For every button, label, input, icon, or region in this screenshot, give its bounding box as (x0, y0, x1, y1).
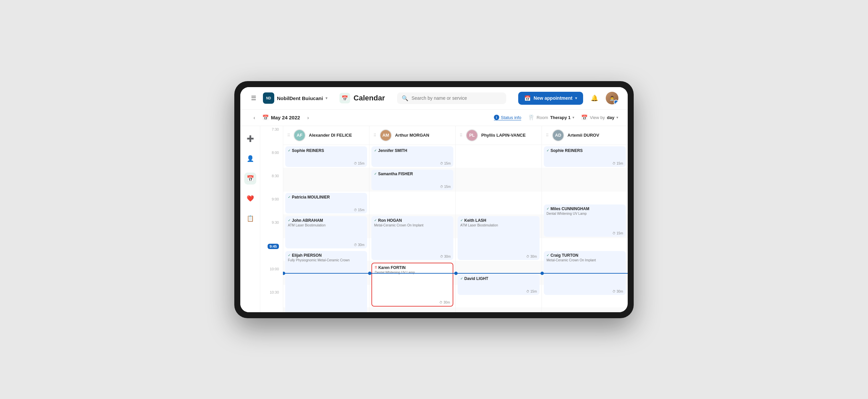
clock-icon-1-3: ⏱ (439, 301, 443, 304)
appt-card-3-0[interactable]: ✓ Sophie REINERS ⏱ 15m (544, 146, 626, 167)
notifications-button[interactable]: 🔔 (588, 92, 600, 104)
toolbar-right: i Status info 🦷 Room Therapy 1 ▾ 📅 View … (494, 114, 618, 121)
appt-header-1-2: ✓ Ron HOGAN (374, 218, 451, 223)
appt-check-icon-1-2: ✓ (374, 219, 377, 222)
appt-card-1-2[interactable]: ✓ Ron HOGAN Metal-Ceramic Crown On Impla… (371, 216, 453, 260)
appt-card-1-1[interactable]: ✓ Samantha FISHER ⏱ 15m (371, 170, 453, 190)
status-info-button[interactable]: i Status info (494, 115, 521, 120)
column-body-1: ✓ Jennifer SMITH ⏱ 15m ✓ Samantha FISHER… (369, 145, 455, 312)
current-time-line (283, 273, 369, 274)
doctor-name-0: Alexander DI FELICE (309, 133, 352, 138)
drag-handle-1[interactable]: ⠿ (373, 133, 376, 138)
appt-header-3-1: ✓ Miles CUNNINGHAM (547, 206, 623, 211)
appt-duration-0-2: ⏱ 30m (354, 243, 365, 247)
column-body-3: ✓ Sophie REINERS ⏱ 15m ✓ Miles CUNNINGHA… (542, 145, 628, 312)
appt-header-3-0: ✓ Sophie REINERS (547, 148, 623, 153)
clock-icon-1-2: ⏱ (440, 255, 443, 258)
appt-check-icon-1-1: ✓ (374, 172, 377, 175)
appt-check-icon-3-0: ✓ (547, 148, 549, 152)
appt-check-icon-3-1: ✓ (547, 207, 549, 210)
appt-duration-1-1: ⏱ 15m (440, 185, 451, 189)
appt-service-0-3: Fully Physiognomic Metal-Ceramic Crown (288, 258, 365, 262)
appt-check-icon-2-1: ✓ (460, 277, 463, 280)
sidebar-item-calendar[interactable]: 📅 (244, 173, 256, 185)
doctor-column-3: ⠿ AD Artemii DUROV ✓ Sophie REINERS ⏱ 15… (541, 126, 628, 312)
view-selector[interactable]: 📅 View by day ▾ (581, 114, 618, 121)
sidebar-item-patients[interactable]: 👤 (244, 153, 256, 165)
appt-card-0-3[interactable]: ✓ Elijah PIERSON Fully Physiognomic Meta… (285, 251, 367, 312)
appt-duration-text-1-3: 30m (444, 301, 450, 304)
appt-card-3-1[interactable]: ✓ Miles CUNNINGHAM Dental Whitening UV L… (544, 204, 626, 237)
new-appointment-button[interactable]: 📅 New appointment ▾ (518, 92, 583, 105)
appt-duration-2-0: ⏱ 30m (526, 255, 537, 258)
clock-icon-2-0: ⏱ (526, 255, 529, 258)
slot-1-7[interactable] (369, 308, 455, 312)
appt-check-icon-1-0: ✓ (374, 148, 377, 152)
current-date: 📅 May 24 2022 (262, 114, 300, 121)
appt-duration-2-1: ⏱ 15m (526, 290, 537, 293)
slot-3-1[interactable] (542, 168, 628, 192)
slot-0-1[interactable] (283, 168, 369, 192)
slot-2-0[interactable] (456, 145, 541, 168)
slot-2-7[interactable] (456, 308, 541, 312)
time-slot-1030: 10:30 (260, 289, 283, 312)
slot-2-2[interactable] (456, 192, 541, 215)
appt-card-0-0[interactable]: ✓ Sophie REINERS ⏱ 15m (285, 146, 367, 167)
doctor-name-3: Artemii DUROV (567, 133, 599, 138)
slot-3-7[interactable] (542, 308, 628, 312)
new-appointment-icon: 📅 (524, 95, 531, 101)
sidebar-item-health[interactable]: ❤️ (244, 193, 256, 204)
room-selector[interactable]: 🦷 Room Therapy 1 ▾ (528, 114, 575, 121)
brand-selector[interactable]: ND NobilDent Buiucani ▾ (263, 93, 328, 104)
avatar-badge: + (614, 100, 618, 104)
current-time-line-1 (369, 273, 455, 274)
sidebar-item-add-patient[interactable]: ➕ (244, 133, 256, 145)
sidebar-item-reports[interactable]: 📋 (244, 212, 256, 225)
search-input[interactable] (412, 95, 502, 101)
appt-header-0-1: ✓ Patricia MOULINIER (288, 195, 365, 199)
time-slot-800: 8:00 (260, 149, 283, 173)
doctor-avatar-circle-0: AF (294, 130, 305, 141)
clock-icon-2-1: ⏱ (526, 290, 529, 293)
search-bar[interactable]: 🔍 (397, 93, 506, 104)
appt-name-0-3: Elijah PIERSON (292, 253, 321, 258)
appt-card-2-0[interactable]: ✓ Keith LASH ATM Laser Biostimulation ⏱ … (458, 216, 539, 260)
appt-card-0-2[interactable]: ✓ John ABRAHAM ATM Laser Biostimulation … (285, 216, 367, 248)
appt-duration-text-2-0: 30m (530, 255, 537, 258)
search-icon: 🔍 (402, 95, 408, 101)
sidebar: ➕ 👤 📅 ❤️ 📋 (240, 126, 260, 312)
appt-duration-text-3-1: 15m (617, 231, 623, 235)
hamburger-button[interactable]: ☰ (250, 93, 258, 103)
doctor-header-1: ⠿ AM Arthur MORGAN (369, 126, 455, 145)
appt-duration-3-2: ⏱ 30m (612, 290, 623, 293)
appt-header-3-2: ✓ Craig TURTON (547, 253, 623, 258)
appt-card-1-0[interactable]: ✓ Jennifer SMITH ⏱ 15m (371, 146, 453, 167)
next-date-button[interactable]: › (304, 113, 313, 122)
appt-card-2-1[interactable]: ✓ David LIGHT ⏱ 15m (458, 274, 539, 295)
appt-header-0-0: ✓ Sophie REINERS (288, 148, 365, 153)
appt-card-1-3[interactable]: !! Karen FORTIN Dental Whitening UV Lamp… (371, 263, 453, 306)
appt-name-1-3: Karen FORTIN (378, 265, 406, 270)
time-slot-900: 9:00 (260, 196, 283, 219)
appt-header-0-3: ✓ Elijah PIERSON (288, 253, 365, 258)
slot-1-2[interactable] (369, 192, 455, 215)
appt-name-3-2: Craig TURTON (551, 253, 579, 258)
doctor-header-2: ⠿ PL Phyllis LAPIN-VANCE (456, 126, 541, 145)
page-title-section: 📅 Calendar (339, 93, 385, 103)
appt-duration-0-0: ⏱ 15m (354, 162, 365, 165)
drag-handle-2[interactable]: ⠿ (460, 133, 463, 138)
slot-2-1[interactable] (456, 168, 541, 192)
drag-handle-0[interactable]: ⠿ (287, 133, 290, 138)
user-avatar[interactable]: 👨‍⚕️ + (606, 92, 618, 104)
appt-name-2-0: Keith LASH (464, 218, 486, 223)
status-info-icon: i (494, 115, 499, 120)
prev-date-button[interactable]: ‹ (250, 113, 259, 122)
calendar-grid: 7:30 8:00 8:30 9:00 9:30 9:45 10:00 10:3… (260, 126, 628, 312)
drag-handle-3[interactable]: ⠿ (546, 133, 549, 138)
appt-duration-0-1: ⏱ 15m (354, 208, 365, 212)
clock-icon-1-0: ⏱ (440, 162, 443, 165)
appt-header-0-2: ✓ John ABRAHAM (288, 218, 365, 223)
appt-duration-text-1-0: 15m (444, 162, 451, 165)
calendar-scroll[interactable]: 7:30 8:00 8:30 9:00 9:30 9:45 10:00 10:3… (260, 126, 628, 312)
appt-card-0-1[interactable]: ✓ Patricia MOULINIER ⏱ 15m (285, 193, 367, 213)
